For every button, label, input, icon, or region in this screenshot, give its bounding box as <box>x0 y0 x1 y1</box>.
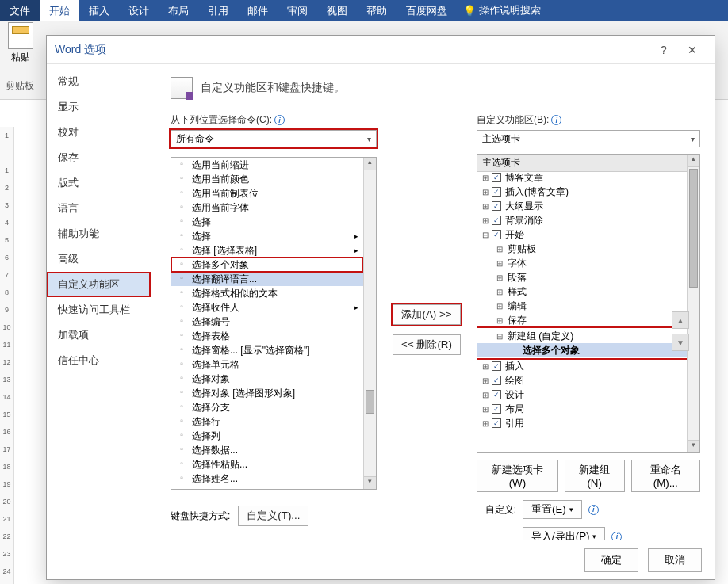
ribbon-tab-layout[interactable]: 布局 <box>159 0 198 21</box>
checkbox[interactable]: ✓ <box>492 201 501 211</box>
category-2[interactable]: 校对 <box>47 120 151 145</box>
tree-item[interactable]: ⊞字体 <box>477 256 687 270</box>
tree-item[interactable]: ⊞段落 <box>477 270 687 284</box>
checkbox[interactable]: ✓ <box>492 216 501 225</box>
category-4[interactable]: 版式 <box>47 170 151 196</box>
ok-button[interactable]: 确定 <box>584 548 638 572</box>
close-button[interactable]: ✕ <box>678 37 707 63</box>
info-icon[interactable]: i <box>611 532 622 540</box>
tree-item[interactable]: ⊞✓设计 <box>477 387 687 402</box>
tree-item[interactable]: 选择多个对象 <box>477 343 687 357</box>
expand-icon[interactable]: ⊞ <box>481 391 489 399</box>
command-item[interactable]: ▫选择格式相似的文本 <box>171 286 363 300</box>
tree-item[interactable]: ⊞✓引用 <box>477 416 687 430</box>
scroll-thumb[interactable] <box>366 390 374 414</box>
ribbon-tab-view[interactable]: 视图 <box>317 0 357 21</box>
scroll-down-icon[interactable]: ▾ <box>688 440 699 452</box>
command-item[interactable]: ▫选择行 <box>171 414 363 429</box>
scroll-thumb[interactable] <box>689 169 698 288</box>
expand-icon[interactable]: ⊞ <box>481 362 489 371</box>
category-5[interactable]: 语言 <box>47 196 151 221</box>
tree-item[interactable]: ⊟新建组 (自定义) <box>477 329 687 343</box>
command-item[interactable]: ▫选择表格 <box>171 329 363 343</box>
category-3[interactable]: 保存 <box>47 145 151 170</box>
ribbon-tab-insert[interactable]: 插入 <box>79 0 119 21</box>
expand-icon[interactable]: ⊟ <box>495 332 504 341</box>
checkbox[interactable]: ✓ <box>492 376 501 385</box>
command-item[interactable]: ▫选择收件人▸ <box>171 300 363 315</box>
command-item[interactable]: ▫选择性粘贴... <box>171 457 363 471</box>
checkbox[interactable]: ✓ <box>492 418 501 428</box>
command-item[interactable]: ▫选用当前缩进 <box>171 158 363 172</box>
commands-listbox[interactable]: ▫选用当前缩进▫选用当前颜色▫选用当前制表位▫选用当前字体▫选择▫选择▸▫选择 … <box>171 157 377 490</box>
tree-scrollbar[interactable]: ▴ ▾ <box>687 155 699 452</box>
checkbox[interactable]: ✓ <box>492 361 501 371</box>
new-group-button[interactable]: 新建组(N) <box>565 460 625 492</box>
tree-item[interactable]: ⊞✓博客文章 <box>477 170 687 185</box>
tree-item[interactable]: ⊞✓大纲显示 <box>477 199 687 213</box>
expand-icon[interactable]: ⊞ <box>495 302 504 311</box>
category-9[interactable]: 快速访问工具栏 <box>47 297 151 323</box>
remove-command-button[interactable]: << 删除(R) <box>393 334 461 355</box>
category-0[interactable]: 常规 <box>47 69 151 94</box>
ribbon-tab-review[interactable]: 审阅 <box>278 0 317 21</box>
command-item[interactable]: ▫选择分支 <box>171 400 363 414</box>
help-button[interactable]: ? <box>649 37 678 63</box>
checkbox[interactable]: ✓ <box>492 404 501 414</box>
expand-icon[interactable]: ⊟ <box>481 231 489 239</box>
expand-icon[interactable]: ⊞ <box>495 273 504 282</box>
paste-label[interactable]: 粘贴 <box>2 51 40 64</box>
commands-scrollbar[interactable]: ▴ ▾ <box>363 158 376 489</box>
ribbon-tab-baidudisk[interactable]: 百度网盘 <box>397 0 457 21</box>
rename-button[interactable]: 重命名(M)... <box>631 460 700 492</box>
category-6[interactable]: 辅助功能 <box>47 221 151 246</box>
command-item[interactable]: ▫选择▸ <box>171 229 363 243</box>
expand-icon[interactable]: ⊞ <box>481 188 489 197</box>
tree-item[interactable]: ⊞剪贴板 <box>477 242 687 256</box>
tree-item[interactable]: ⊞✓绘图 <box>477 373 687 387</box>
command-item[interactable]: ▫选择窗格... [显示"选择窗格"] <box>171 343 363 357</box>
tree-item[interactable]: ⊟✓开始 <box>477 227 687 242</box>
info-icon[interactable]: i <box>274 115 285 125</box>
customize-ribbon-combo[interactable]: 主选项卡 ▾ <box>477 130 700 147</box>
expand-icon[interactable]: ⊞ <box>481 216 489 225</box>
category-10[interactable]: 加载项 <box>47 323 151 348</box>
command-item[interactable]: ▫选择翻译语言... <box>171 272 363 286</box>
info-icon[interactable]: i <box>551 115 561 125</box>
ribbon-tab-home[interactable]: 开始 <box>40 0 79 21</box>
expand-icon[interactable]: ⊞ <box>481 174 489 182</box>
tree-item[interactable]: ⊞样式 <box>477 284 687 299</box>
expand-icon[interactable]: ⊞ <box>495 288 504 296</box>
ribbon-tab-mailings[interactable]: 邮件 <box>238 0 278 21</box>
command-item[interactable]: ▫选择 [选择表格]▸ <box>171 243 363 258</box>
scroll-up-icon[interactable]: ▴ <box>364 158 376 170</box>
command-item[interactable]: ▫选用当前字体 <box>171 200 363 215</box>
customize-keyboard-button[interactable]: 自定义(T)... <box>238 506 308 526</box>
tree-item[interactable]: ⊞✓插入 <box>477 359 687 373</box>
tree-item[interactable]: ⊞✓插入(博客文章) <box>477 185 687 199</box>
category-11[interactable]: 信任中心 <box>47 348 151 373</box>
checkbox[interactable]: ✓ <box>492 230 501 239</box>
command-item[interactable]: ▫选择姓名... <box>171 471 363 486</box>
checkbox[interactable]: ✓ <box>492 173 501 182</box>
expand-icon[interactable]: ⊞ <box>481 405 489 414</box>
tree-item[interactable]: ⊞✓背景消除 <box>477 213 687 227</box>
cancel-button[interactable]: 取消 <box>648 548 702 572</box>
move-down-button[interactable]: ▼ <box>672 334 689 351</box>
import-export-button[interactable]: 导入/导出(P)▾ <box>523 527 605 540</box>
ribbon-tab-design[interactable]: 设计 <box>119 0 159 21</box>
command-item[interactable]: ▫选择数据... <box>171 443 363 457</box>
move-up-button[interactable]: ▲ <box>672 311 689 329</box>
expand-icon[interactable]: ⊞ <box>495 259 504 268</box>
scroll-up-icon[interactable]: ▴ <box>688 155 699 167</box>
category-8[interactable]: 自定义功能区 <box>47 272 151 297</box>
command-item[interactable]: ▫选择单元格 <box>171 357 363 372</box>
command-item[interactable]: ▫选用当前制表位 <box>171 186 363 200</box>
paste-icon[interactable] <box>8 22 33 49</box>
checkbox[interactable]: ✓ <box>492 390 501 399</box>
command-item[interactable]: ▫选择对象 [选择图形对象] <box>171 386 363 400</box>
expand-icon[interactable]: ⊞ <box>495 245 504 254</box>
ribbon-tab-help[interactable]: 帮助 <box>357 0 397 21</box>
expand-icon[interactable]: ⊞ <box>481 419 489 428</box>
command-item[interactable]: ▫选用当前颜色 <box>171 172 363 186</box>
